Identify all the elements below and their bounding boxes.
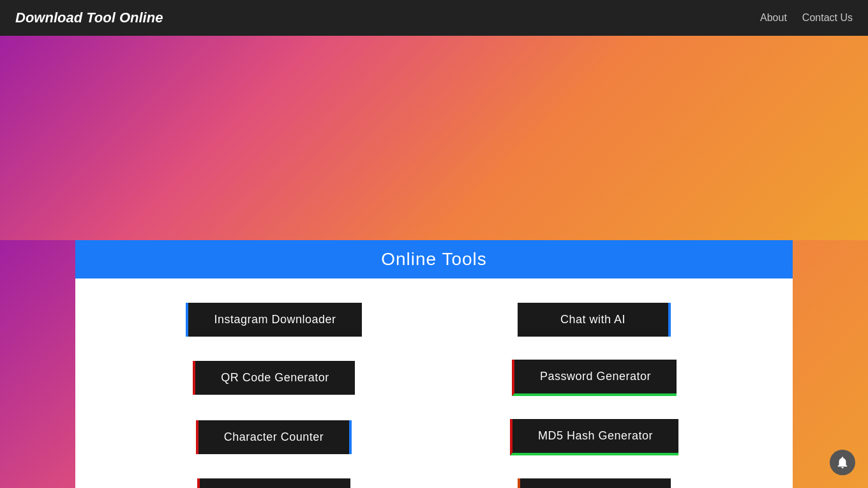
md5-hash-generator-button[interactable]: MD5 Hash Generator [510, 419, 678, 455]
text-repeater-button[interactable]: Text Repeater [197, 478, 350, 488]
hero-banner [0, 36, 868, 240]
score-game-button[interactable]: Score Game [518, 478, 671, 488]
tool-cell-instagram: Instagram Downloader [114, 291, 434, 348]
bell-icon [835, 455, 849, 469]
chat-with-ai-button[interactable]: Chat with AI [518, 303, 671, 337]
tool-cell-character: Character Counter [114, 408, 434, 467]
tools-title: Online Tools [75, 249, 793, 270]
nav-about[interactable]: About [760, 12, 787, 24]
notification-bell[interactable] [830, 450, 855, 475]
tool-cell-password: Password Generator [434, 348, 754, 408]
tool-cell-text-repeater: Text Repeater [114, 467, 434, 488]
tool-cell-qr: QR Code Generator [114, 348, 434, 408]
tools-grid: Instagram Downloader Chat with AI QR Cod… [75, 278, 793, 488]
tool-cell-md5: MD5 Hash Generator [434, 408, 754, 467]
nav-links: About Contact Us [760, 12, 853, 24]
character-counter-button[interactable]: Character Counter [196, 420, 352, 454]
tools-wrapper: Online Tools Instagram Downloader Chat w… [0, 240, 868, 488]
password-generator-button[interactable]: Password Generator [512, 360, 677, 396]
nav-contact[interactable]: Contact Us [802, 12, 853, 24]
instagram-downloader-button[interactable]: Instagram Downloader [186, 303, 361, 337]
tools-inner: Online Tools Instagram Downloader Chat w… [75, 240, 793, 488]
tool-cell-chat: Chat with AI [434, 291, 754, 348]
tools-header: Online Tools [75, 240, 793, 278]
navbar: Download Tool Online About Contact Us [0, 0, 868, 36]
brand-logo[interactable]: Download Tool Online [15, 10, 163, 26]
tool-cell-score: Score Game [434, 467, 754, 488]
qr-code-generator-button[interactable]: QR Code Generator [193, 361, 355, 395]
